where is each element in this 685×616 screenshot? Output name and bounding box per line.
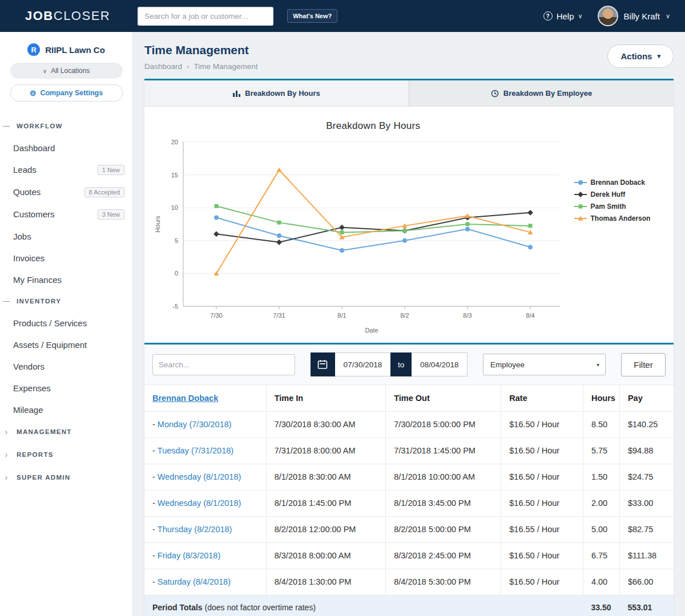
header-pay: Pay — [619, 385, 674, 411]
cell-time-out: 8/2/2018 5:00:00 PM — [386, 516, 501, 542]
chevron-down-icon — [43, 68, 47, 74]
day-link[interactable]: Thursday (8/2/2018) — [158, 525, 232, 534]
user-menu[interactable]: Billy Kraft — [598, 6, 670, 26]
nav-item-label: Invoices — [13, 253, 45, 263]
filter-button[interactable]: Filter — [621, 353, 666, 376]
cell-pay: $111.38 — [619, 542, 674, 569]
employee-select[interactable]: Employee — [483, 354, 606, 375]
cell-pay: $140.25 — [619, 411, 674, 437]
page-title: Time Management — [144, 43, 258, 57]
employee-name-link[interactable]: Brennan Doback — [152, 394, 218, 403]
dash-prefix: - — [152, 551, 155, 560]
gear-icon — [30, 89, 37, 98]
actions-button[interactable]: Actions — [607, 44, 674, 68]
totals-note: (does not factor overtime rates) — [205, 603, 316, 612]
logo[interactable]: JOBCLOSER — [25, 9, 110, 23]
cell-hours: 5.00 — [583, 516, 619, 542]
company-header[interactable]: R RIIPL Lawn Co — [0, 32, 132, 63]
svg-text:0: 0 — [175, 270, 178, 277]
day-link[interactable]: Friday (8/3/2018) — [158, 551, 220, 560]
bar-chart-icon — [233, 90, 240, 97]
totals-label: Period Totals — [152, 603, 203, 612]
cell-pay: $66.00 — [619, 569, 674, 595]
sidebar-item-products-services[interactable]: Products / Services — [0, 312, 132, 334]
nav-item-label: Leads — [13, 165, 37, 175]
sidebar-item-expenses[interactable]: Expenses — [0, 377, 132, 399]
tab-label: Breakdown By Employee — [503, 89, 592, 98]
cell-time-in: 7/31/2018 8:00:00 AM — [266, 437, 386, 464]
chevron-right-icon — [3, 473, 10, 482]
cell-hours: 5.75 — [583, 437, 619, 464]
location-selector[interactable]: All Locations — [10, 63, 123, 79]
day-link[interactable]: Saturday (8/4/2018) — [158, 577, 231, 586]
dash-icon — [3, 297, 10, 305]
sidebar-section-inventory[interactable]: INVENTORY — [0, 290, 132, 312]
cell-time-in: 8/2/2018 12:00:00 PM — [266, 516, 386, 542]
help-menu[interactable]: Help — [543, 11, 583, 21]
svg-text:10: 10 — [171, 204, 178, 211]
breadcrumb-link-dashboard[interactable]: Dashboard — [144, 62, 182, 71]
legend-item[interactable]: Derek Huff — [574, 191, 672, 198]
sidebar-item-dashboard[interactable]: Dashboard — [0, 137, 132, 159]
legend-label: Pam Smith — [591, 202, 626, 210]
sidebar-item-invoices[interactable]: Invoices — [0, 247, 132, 269]
cell-hours: 6.75 — [583, 542, 619, 569]
svg-text:Hours: Hours — [154, 216, 161, 233]
sidebar: R RIIPL Lawn Co All Locations Company Se… — [0, 32, 133, 616]
header-time-in: Time In — [266, 385, 386, 411]
calendar-button[interactable] — [311, 352, 335, 376]
legend-item[interactable]: Brennan Doback — [574, 179, 672, 187]
sidebar-nav: WORKFLOW Dashboard Leads1 New Quotes8 Ac… — [0, 115, 132, 489]
company-name: RIIPL Lawn Co — [45, 45, 105, 55]
nav-item-label: Mileage — [13, 405, 43, 415]
header-hours: Hours — [583, 385, 619, 411]
day-link[interactable]: Wednesday (8/1/2018) — [158, 499, 241, 508]
table-row: -Friday (8/3/2018) 8/3/2018 8:00:00 AM 8… — [144, 542, 674, 569]
table-search-input[interactable] — [152, 354, 295, 375]
date-to-input[interactable]: 08/04/2018 — [412, 360, 467, 369]
sidebar-section-super-admin[interactable]: SUPER ADMIN — [0, 466, 132, 489]
nav-item-label: Assets / Equipment — [13, 340, 87, 350]
tab-breakdown-by-employee[interactable]: Breakdown By Employee — [409, 80, 674, 106]
global-search-input[interactable] — [138, 7, 273, 26]
header-rate: Rate — [501, 385, 583, 411]
sidebar-section-management[interactable]: MANAGEMENT — [0, 420, 132, 443]
line-chart: -5051015207/307/318/18/28/38/4DateHours — [149, 134, 573, 335]
sidebar-section-reports[interactable]: REPORTS — [0, 443, 132, 466]
sidebar-item-jobs[interactable]: Jobs — [0, 225, 132, 247]
day-link[interactable]: Tuesday (7/31/2018) — [158, 446, 233, 455]
svg-text:8/3: 8/3 — [463, 312, 472, 319]
date-from-input[interactable]: 07/30/2018 — [335, 360, 390, 369]
sidebar-item-quotes[interactable]: Quotes8 Accepted — [0, 181, 132, 203]
cell-rate: $16.50 / Hour — [501, 490, 583, 516]
company-settings-button[interactable]: Company Settings — [10, 84, 123, 102]
sidebar-item-assets-equipment[interactable]: Assets / Equipment — [0, 334, 132, 355]
nav-item-label: Dashboard — [13, 143, 55, 153]
sidebar-item-leads[interactable]: Leads1 New — [0, 159, 132, 181]
sidebar-item-vendors[interactable]: Vendors — [0, 355, 132, 377]
sidebar-item-my-finances[interactable]: My Finances — [0, 269, 132, 290]
chart-title: Breakdown By Hours — [149, 120, 574, 132]
sidebar-section-workflow[interactable]: WORKFLOW — [0, 115, 132, 137]
cell-time-in: 8/1/2018 8:30:00 AM — [266, 464, 386, 490]
header-time-out: Time Out — [386, 385, 501, 411]
table-row: -Monday (7/30/2018) 7/30/2018 8:30:00 AM… — [144, 411, 674, 437]
legend-item[interactable]: Pam Smith — [574, 202, 672, 210]
cell-pay: $82.75 — [619, 516, 674, 542]
section-label: INVENTORY — [17, 298, 61, 305]
help-icon — [543, 11, 553, 21]
sidebar-item-mileage[interactable]: Mileage — [0, 399, 132, 420]
sidebar-item-customers[interactable]: Customers3 New — [0, 203, 132, 225]
nav-item-label: Expenses — [13, 383, 51, 393]
navbar-right: Help Billy Kraft — [543, 6, 670, 26]
nav-item-label: Customers — [13, 209, 55, 219]
day-link[interactable]: Monday (7/30/2018) — [158, 420, 232, 429]
whats-new-button[interactable]: What's New? — [287, 9, 337, 23]
tab-breakdown-by-hours[interactable]: Breakdown By Hours — [144, 80, 409, 106]
legend-item[interactable]: Thomas Anderson — [574, 214, 672, 222]
main-content: Time Management Dashboard Time Managemen… — [133, 32, 685, 616]
page-header: Time Management Dashboard Time Managemen… — [133, 32, 685, 79]
svg-text:7/31: 7/31 — [273, 312, 285, 319]
location-selector-label: All Locations — [51, 67, 90, 75]
day-link[interactable]: Wednesday (8/1/2018) — [158, 472, 241, 481]
